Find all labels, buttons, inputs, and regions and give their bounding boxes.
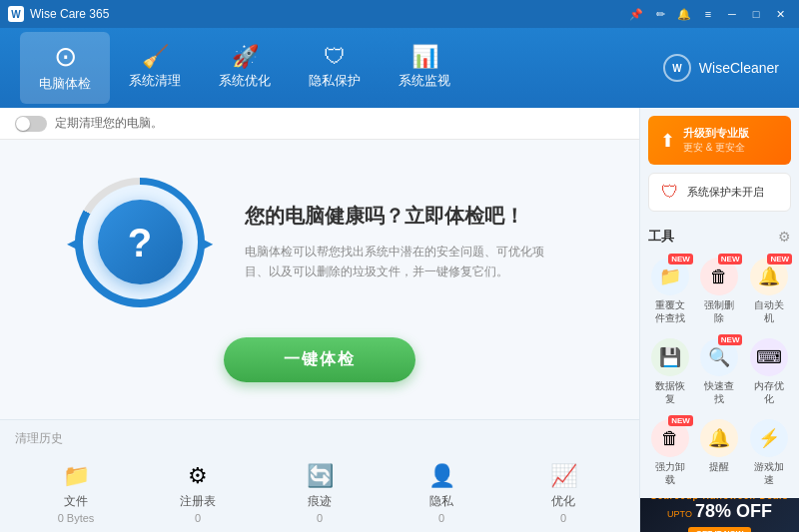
force-uninstall-icon-wrap: 🗑 NEW [651,419,689,457]
health-circle: ? ◀ ▶ [75,178,205,307]
history-item-registry[interactable]: ⚙ 注册表 0 [137,455,259,532]
memory-optimize-icon: ⌨ [756,346,782,368]
hero-top: ? ◀ ▶ 您的电脑健康吗？立即体检吧！ 电脑体检可以帮您找出系统中潜在的安全问… [75,178,564,307]
history-item-privacy[interactable]: 👤 隐私 0 [381,455,502,532]
game-boost-label: 游戏加速 [749,460,789,486]
upgrade-text: 升级到专业版 更安 & 更安全 [683,126,749,155]
optimize-value: 0 [560,512,566,524]
hero-text: 您的电脑健康吗？立即体检吧！ 电脑体检可以帮您找出系统中潜在的安全问题、可优化项… [245,203,564,282]
auto-shutdown-label: 自动关机 [749,298,789,324]
auto-shutdown-icon-wrap: 🔔 NEW [750,258,788,295]
close-button[interactable]: ✕ [769,4,791,24]
force-delete-new-badge: NEW [718,254,743,265]
nav-label-monitor: 系统监视 [399,72,450,90]
tool-auto-shutdown[interactable]: 🔔 NEW 自动关机 [747,254,791,328]
traces-value: 0 [317,512,323,524]
auto-shutdown-new-badge: NEW [767,254,792,265]
nav-icon-monitor: 📊 [411,46,438,68]
game-boost-icon: ⚡ [758,427,780,449]
outer-ring: ? [75,178,205,307]
upgrade-button[interactable]: ⬆ 升级到专业版 更安 & 更安全 [648,116,791,165]
privacy-label: 隐私 [429,493,453,510]
settings-icon[interactable]: ⚙ [778,229,791,245]
navbar: ⊙ 电脑体检 🧹 系统清理 🚀 系统优化 🛡 隐私保护 📊 系统监视 W Wis… [0,28,799,108]
recover-files-icon-wrap: 📁 NEW [651,258,689,295]
left-content: 定期清理您的电脑。 ? ◀ ▶ 您的电脑健康吗？立即体检吧！ [0,108,639,532]
tool-reminder[interactable]: 🔔 提醒 [698,415,742,490]
tool-recover-files[interactable]: 📁 NEW 重覆文件查找 [648,254,692,328]
memory-optimize-icon-wrap: ⌨ [750,338,788,376]
protection-button[interactable]: 🛡 系统保护未开启 [648,173,791,212]
auto-shutdown-icon: 🔔 [758,266,780,287]
upgrade-line1: 升级到专业版 [683,126,749,141]
history-item-traces[interactable]: 🔄 痕迹 0 [259,455,381,532]
window-controls: 📌 ✏ 🔔 ≡ ─ □ ✕ [625,4,791,24]
nav-icon-checkup: ⊙ [54,43,77,71]
privacy-value: 0 [438,512,444,524]
inner-circle: ? [98,200,183,284]
ad-cta-button[interactable]: GET IT NOW [688,527,752,533]
game-boost-icon-wrap: ⚡ [750,419,788,457]
app-icon: W [8,6,24,22]
nav-item-system-clean[interactable]: 🧹 系统清理 [110,32,200,104]
nav-label-clean: 系统清理 [129,72,181,90]
history-section: 清理历史 📁 文件 0 Bytes ⚙ 注册表 0 🔄 痕迹 0 [0,419,639,532]
history-title: 清理历史 [15,430,624,447]
right-sidebar: ⬆ 升级到专业版 更安 & 更安全 🛡 系统保护未开启 工具 ⚙ 📁 NEW [639,108,799,532]
shield-icon: 🛡 [661,182,679,203]
memory-optimize-label: 内存优化 [749,379,789,405]
registry-label: 注册表 [180,493,216,510]
hero-title: 您的电脑健康吗？立即体检吧！ [245,203,564,230]
history-item-files[interactable]: 📁 文件 0 Bytes [15,455,137,532]
bell-button[interactable]: 🔔 [673,4,695,24]
edit-button[interactable]: ✏ [649,4,671,24]
nav-label-privacy: 隐私保护 [309,72,361,90]
ad-content: Scarecup Halloween Deals UPTO 78% OFF GE… [650,498,788,532]
tool-quick-search[interactable]: 🔍 NEW 快速查找 [698,334,742,409]
tool-game-boost[interactable]: ⚡ 游戏加速 [747,415,791,490]
nav-item-privacy[interactable]: 🛡 隐私保护 [290,32,380,104]
files-value: 0 Bytes [58,512,95,524]
titlebar: W Wise Care 365 📌 ✏ 🔔 ≡ ─ □ ✕ [0,0,799,28]
tools-section: 工具 ⚙ 📁 NEW 重覆文件查找 🗑 NEW 强制删除 [640,220,799,498]
scan-button[interactable]: 一键体检 [224,337,415,382]
history-item-optimize[interactable]: 📈 优化 0 [502,455,624,532]
nav-item-monitor[interactable]: 📊 系统监视 [380,32,469,104]
ad-banner[interactable]: Scarecup Halloween Deals UPTO 78% OFF GE… [640,498,799,532]
wisecleaner-logo: W WiseCleaner [663,54,779,82]
tools-grid: 📁 NEW 重覆文件查找 🗑 NEW 强制删除 🔔 NEW [648,254,791,490]
quick-search-icon: 🔍 [708,346,730,368]
nav-icon-clean: 🧹 [142,46,169,68]
tool-memory-optimize[interactable]: ⌨ 内存优化 [747,334,791,409]
force-uninstall-icon: 🗑 [661,428,679,449]
upgrade-line2: 更安 & 更安全 [683,141,749,155]
nav-item-system-optimize[interactable]: 🚀 系统优化 [200,32,290,104]
privacy-icon: 👤 [428,463,455,489]
menu-button[interactable]: ≡ [697,4,719,24]
quick-search-label: 快速查找 [700,379,740,405]
traces-label: 痕迹 [308,493,332,510]
optimize-icon: 📈 [550,463,577,489]
data-recovery-icon: 💾 [659,346,681,368]
nav-label-checkup: 电脑体检 [39,75,91,93]
maximize-button[interactable]: □ [745,4,767,24]
traces-icon: 🔄 [307,463,334,489]
files-label: 文件 [64,493,88,510]
recover-files-new-badge: NEW [668,254,693,265]
pin-button[interactable]: 📌 [625,4,647,24]
data-recovery-icon-wrap: 💾 [651,338,689,376]
schedule-toggle[interactable] [15,116,47,132]
tool-force-delete[interactable]: 🗑 NEW 强制删除 [698,254,742,328]
main-layout: 定期清理您的电脑。 ? ◀ ▶ 您的电脑健康吗？立即体检吧！ [0,108,799,532]
tool-force-uninstall[interactable]: 🗑 NEW 强力卸载 [648,415,692,490]
upgrade-icon: ⬆ [660,130,675,152]
nav-item-pc-checkup[interactable]: ⊙ 电脑体检 [20,32,110,104]
minimize-button[interactable]: ─ [721,4,743,24]
nav-items: ⊙ 电脑体检 🧹 系统清理 🚀 系统优化 🛡 隐私保护 📊 系统监视 [20,32,663,104]
reminder-icon-wrap: 🔔 [700,419,738,457]
force-delete-icon-wrap: 🗑 NEW [700,258,738,295]
tool-data-recovery[interactable]: 💾 数据恢复 [648,334,692,409]
logo-icon: W [663,54,691,82]
app-title: Wise Care 365 [30,7,625,21]
recover-files-label: 重覆文件查找 [650,298,690,324]
